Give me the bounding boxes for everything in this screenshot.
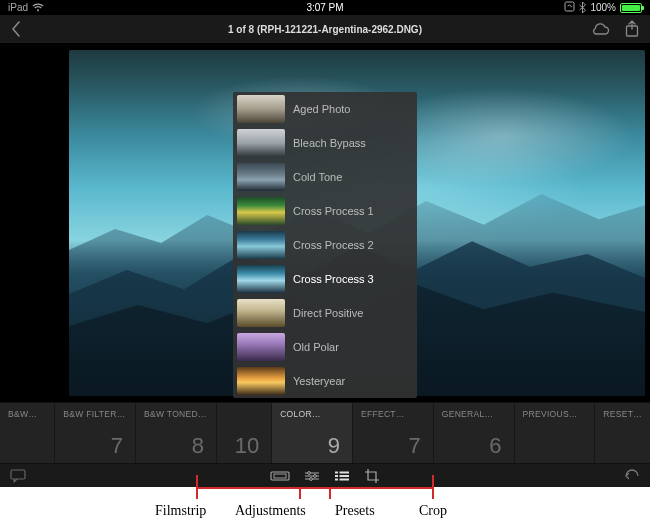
crop-icon[interactable]: [364, 469, 380, 483]
status-bar: iPad 3:07 PM 100%: [0, 0, 650, 15]
preset-label: Cross Process 1: [293, 205, 374, 217]
preset-item[interactable]: Bleach Bypass: [233, 126, 417, 160]
preset-thumb: [237, 367, 285, 395]
preset-item[interactable]: Cross Process 3: [233, 262, 417, 296]
back-button[interactable]: [10, 20, 22, 38]
svg-point-5: [308, 471, 311, 474]
preset-label: Yesteryear: [293, 375, 345, 387]
preset-category-count: 10: [225, 433, 263, 459]
adjustments-icon[interactable]: [304, 470, 320, 482]
preset-panel: Aged PhotoBleach BypassCold ToneCross Pr…: [233, 92, 417, 398]
annotation-tick: [329, 487, 331, 499]
clock: 3:07 PM: [306, 2, 343, 13]
bottom-toolbar: [0, 464, 650, 487]
preset-item[interactable]: Yesteryear: [233, 364, 417, 398]
preset-category[interactable]: B&W FILTER…7: [55, 403, 136, 463]
preset-category[interactable]: GENERAL…6: [434, 403, 515, 463]
battery-icon: [620, 3, 642, 13]
preset-label: Cross Process 3: [293, 273, 374, 285]
app-frame: iPad 3:07 PM 100% 1 of 8 (RPH-121221-Arg…: [0, 0, 650, 487]
svg-rect-0: [565, 2, 574, 11]
preset-item[interactable]: Old Polar: [233, 330, 417, 364]
annotation-label-crop: Crop: [419, 503, 447, 519]
app-header: 1 of 8 (RPH-121221-Argentina-2962.DNG): [0, 15, 650, 43]
orientation-lock-icon: [564, 1, 575, 14]
preset-thumb: [237, 163, 285, 191]
cloud-sync-icon[interactable]: [590, 22, 610, 36]
preset-category-count: 7: [63, 433, 127, 459]
annotation-label-filmstrip: Filmstrip: [155, 503, 206, 519]
page-title: 1 of 8 (RPH-121221-Argentina-2962.DNG): [228, 24, 422, 35]
preset-label: Cross Process 2: [293, 239, 374, 251]
svg-rect-10: [335, 475, 338, 477]
preset-thumb: [237, 231, 285, 259]
preset-category-name: PREVIOUS…: [523, 409, 587, 419]
preset-item[interactable]: Cross Process 2: [233, 228, 417, 262]
preset-category-name: B&W FILTER…: [63, 409, 127, 419]
annotation-tick: [432, 475, 434, 499]
wifi-icon: [32, 3, 44, 12]
preset-item[interactable]: Cold Tone: [233, 160, 417, 194]
battery-pct: 100%: [590, 2, 616, 13]
svg-rect-9: [340, 471, 350, 473]
annotation-tick: [196, 475, 198, 499]
preset-label: Aged Photo: [293, 103, 351, 115]
svg-rect-13: [340, 478, 350, 480]
preset-category-count: 6: [442, 433, 506, 459]
svg-rect-4: [274, 474, 286, 478]
preset-label: Old Polar: [293, 341, 339, 353]
svg-rect-11: [340, 475, 350, 477]
share-button[interactable]: [624, 20, 640, 38]
preset-category[interactable]: EFFECT…7: [353, 403, 434, 463]
annotation-bracket: [196, 487, 432, 489]
preset-category-count: 8: [144, 433, 208, 459]
annotation-tick: [299, 487, 301, 499]
preset-category-name: EFFECT…: [361, 409, 425, 419]
preset-thumb: [237, 299, 285, 327]
svg-rect-12: [335, 478, 338, 480]
device-label: iPad: [8, 2, 28, 13]
svg-point-7: [310, 477, 313, 480]
preset-category-bar: B&W…B&W FILTER…7B&W TONED…810COLOR…9EFFE…: [0, 402, 650, 464]
preset-item[interactable]: Direct Positive: [233, 296, 417, 330]
svg-rect-2: [11, 470, 25, 479]
preset-category-count: 9: [280, 433, 344, 459]
preset-thumb: [237, 129, 285, 157]
preset-label: Cold Tone: [293, 171, 342, 183]
annotation-overlay: Filmstrip Adjustments Presets Crop: [0, 487, 650, 529]
preset-label: Bleach Bypass: [293, 137, 366, 149]
preset-item[interactable]: Cross Process 1: [233, 194, 417, 228]
presets-icon[interactable]: [334, 470, 350, 482]
preset-item[interactable]: Aged Photo: [233, 92, 417, 126]
preset-category-name: COLOR…: [280, 409, 344, 419]
undo-button[interactable]: [622, 469, 640, 483]
preset-thumb: [237, 333, 285, 361]
preset-category-name: GENERAL…: [442, 409, 506, 419]
preset-thumb: [237, 265, 285, 293]
preset-category-count: 7: [361, 433, 425, 459]
preset-category[interactable]: PREVIOUS…: [515, 403, 596, 463]
preset-category[interactable]: COLOR…9: [272, 403, 353, 463]
filmstrip-icon[interactable]: [270, 470, 290, 482]
annotation-label-adjustments: Adjustments: [235, 503, 306, 519]
preset-category-name: B&W TONED…: [144, 409, 208, 419]
preset-label: Direct Positive: [293, 307, 363, 319]
preset-category[interactable]: B&W TONED…8: [136, 403, 217, 463]
preset-category[interactable]: RESET…: [595, 403, 650, 463]
preset-category[interactable]: B&W…: [0, 403, 55, 463]
preset-thumb: [237, 95, 285, 123]
svg-point-6: [314, 474, 317, 477]
preset-thumb: [237, 197, 285, 225]
preset-category[interactable]: 10: [217, 403, 272, 463]
bluetooth-icon: [579, 2, 586, 13]
preset-category-name: B&W…: [8, 409, 46, 419]
annotation-label-presets: Presets: [335, 503, 375, 519]
preset-category-name: RESET…: [603, 409, 642, 419]
comment-icon[interactable]: [10, 469, 26, 483]
svg-rect-8: [335, 471, 338, 473]
